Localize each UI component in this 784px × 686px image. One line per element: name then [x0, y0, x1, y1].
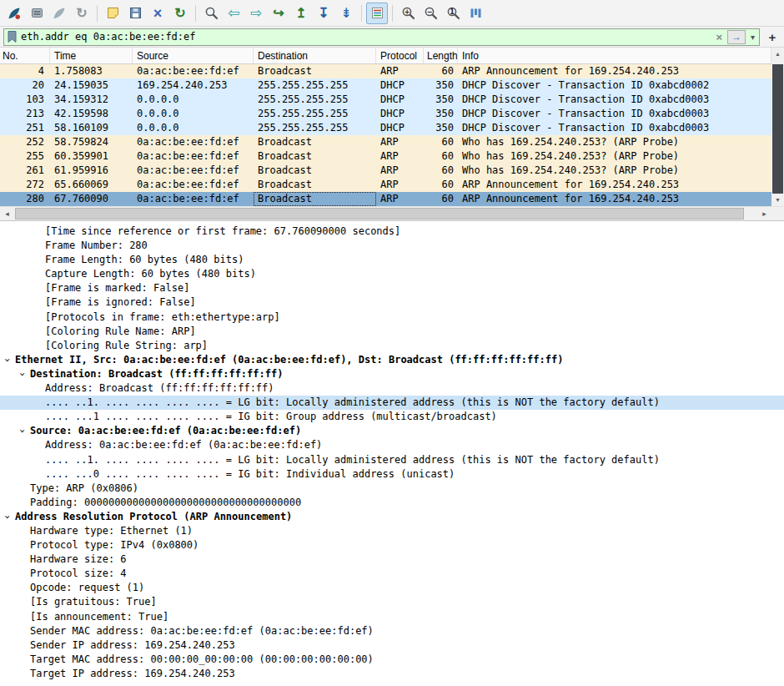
filter-clear-icon[interactable]: ×: [714, 31, 724, 43]
reload-file-button[interactable]: ↻: [169, 3, 191, 24]
auto-scroll-button[interactable]: ⇟: [335, 3, 357, 24]
detail-text: Opcode: request (1): [30, 582, 144, 593]
filter-apply-button[interactable]: →: [727, 30, 746, 44]
scroll-left-icon[interactable]: ◂: [0, 207, 14, 220]
go-to-packet-button[interactable]: ↪: [268, 3, 289, 24]
column-header-length[interactable]: Length: [424, 48, 458, 63]
packet-row-20[interactable]: 2024.159035169.254.240.253255.255.255.25…: [0, 78, 771, 93]
scroll-right-icon[interactable]: ▸: [757, 207, 771, 220]
detail-line[interactable]: [Coloring Rule Name: ARP]: [0, 325, 784, 339]
detail-line[interactable]: Capture Length: 60 bytes (480 bits): [0, 267, 784, 281]
detail-line[interactable]: Address: Broadcast (ff:ff:ff:ff:ff:ff): [0, 381, 784, 396]
detail-line[interactable]: ›Ethernet II, Src: 0a:ac:be:ee:fd:ef (0a…: [0, 353, 784, 367]
packet-row-213[interactable]: 21342.1595980.0.0.0255.255.255.255DHCP35…: [0, 107, 771, 121]
filter-dropdown-icon[interactable]: ▾: [749, 33, 756, 42]
detail-line[interactable]: [Is gratuitous: True]: [0, 595, 784, 609]
detail-line[interactable]: Type: ARP (0x0806): [0, 482, 784, 496]
detail-line[interactable]: [Frame is marked: False]: [0, 281, 784, 295]
detail-line[interactable]: .... ..1. .... .... .... .... = LG bit: …: [0, 396, 784, 410]
packet-row-261[interactable]: 26161.9599160a:ac:be:ee:fd:efBroadcastAR…: [0, 164, 771, 178]
horizontal-scrollbar[interactable]: ◂ ▸: [0, 206, 784, 220]
scroll-down-icon[interactable]: ▼: [771, 194, 784, 206]
detail-line[interactable]: .... ...1 .... .... .... .... = IG bit: …: [0, 410, 784, 424]
zoom-out-icon: −: [424, 6, 438, 20]
detail-line[interactable]: Address: 0a:ac:be:ee:fd:ef (0a:ac:be:ee:…: [0, 438, 784, 452]
packet-list-scroll-track[interactable]: [771, 60, 784, 194]
packet-list-scroll-thumb[interactable]: [772, 64, 783, 194]
detail-line[interactable]: [Is announcement: True]: [0, 610, 784, 624]
column-header-source[interactable]: Source: [133, 48, 254, 63]
expander-icon[interactable]: ›: [1, 355, 15, 365]
column-header-info[interactable]: Info: [458, 48, 771, 63]
packet-row-251[interactable]: 25158.1601090.0.0.0255.255.255.255DHCP35…: [0, 121, 771, 135]
packet-row-272[interactable]: 27265.6600690a:ac:be:ee:fd:efBroadcastAR…: [0, 178, 771, 192]
detail-line[interactable]: [Frame is ignored: False]: [0, 295, 784, 310]
colorize-button[interactable]: [366, 3, 388, 24]
display-filter-input[interactable]: eth.addr eq 0a:ac:be:ee:fd:ef: [21, 31, 711, 43]
detail-line[interactable]: [Coloring Rule String: arp]: [0, 339, 784, 353]
go-to-bottom-button[interactable]: ↧: [313, 3, 334, 24]
filter-bookmark-icon[interactable]: [7, 30, 18, 43]
horizontal-scroll-thumb[interactable]: [15, 208, 744, 219]
go-to-top-button[interactable]: ↥: [290, 3, 312, 24]
packet-row-280[interactable]: 28067.7600900a:ac:be:ee:fd:efBroadcastAR…: [0, 192, 771, 206]
detail-line[interactable]: Hardware size: 6: [0, 552, 784, 567]
close-file-button[interactable]: ×: [147, 3, 168, 24]
detail-line[interactable]: Sender MAC address: 0a:ac:be:ee:fd:ef (0…: [0, 624, 784, 638]
column-header-destination[interactable]: Destination: [254, 48, 376, 63]
detail-line[interactable]: Protocol type: IPv4 (0x0800): [0, 538, 784, 552]
detail-line[interactable]: [Time since reference or first frame: 67…: [0, 224, 784, 239]
column-header-no[interactable]: No.: [0, 48, 50, 63]
detail-line[interactable]: ›Destination: Broadcast (ff:ff:ff:ff:ff:…: [0, 367, 784, 381]
detail-line[interactable]: Target MAC address: 00:00:00_00:00:00 (0…: [0, 653, 784, 667]
packet-cell-protocol: ARP: [376, 164, 424, 178]
packet-row-4[interactable]: 41.7580830a:ac:be:ee:fd:efBroadcastARP60…: [0, 64, 771, 78]
detail-line[interactable]: ›Address Resolution Protocol (ARP Announ…: [0, 510, 784, 524]
start-capture-button[interactable]: [48, 3, 70, 24]
detail-line[interactable]: ›Source: 0a:ac:be:ee:fd:ef (0a:ac:be:ee:…: [0, 424, 784, 438]
filter-add-button[interactable]: +: [764, 28, 781, 45]
restart-capture-button[interactable]: ↻: [71, 3, 93, 24]
detail-line[interactable]: Padding: 0000000000000000000000000000000…: [0, 496, 784, 510]
go-forward-button[interactable]: ⇨: [245, 3, 267, 24]
detail-line[interactable]: Frame Length: 60 bytes (480 bits): [0, 253, 784, 267]
packet-cell-protocol: ARP: [376, 135, 424, 149]
detail-line[interactable]: Protocol size: 4: [0, 567, 784, 581]
packet-row-255[interactable]: 25560.3599010a:ac:be:ee:fd:efBroadcastAR…: [0, 149, 771, 164]
stop-capture-button[interactable]: [26, 3, 48, 24]
detail-line[interactable]: .... ...0 .... .... .... .... = IG bit: …: [0, 467, 784, 482]
capture-options-button[interactable]: [3, 3, 25, 24]
open-file-button[interactable]: [102, 3, 123, 24]
packet-cell-protocol: DHCP: [376, 121, 424, 135]
resize-columns-button[interactable]: [465, 3, 486, 24]
packet-list-scrollbar[interactable]: ▲ ▼: [771, 48, 784, 206]
zoom-100-button[interactable]: 1: [442, 3, 464, 24]
save-file-button[interactable]: [124, 3, 146, 24]
packet-cell-source: 169.254.240.253: [133, 78, 254, 93]
detail-text: Ethernet II, Src: 0a:ac:be:ee:fd:ef (0a:…: [15, 354, 563, 366]
detail-line[interactable]: [Protocols in frame: eth:ethertype:arp]: [0, 310, 784, 325]
detail-line[interactable]: .... ..1. .... .... .... .... = LG bit: …: [0, 453, 784, 467]
go-back-button[interactable]: ⇦: [223, 3, 244, 24]
packet-cell-no: 20: [0, 78, 50, 93]
packet-row-252[interactable]: 25258.7598240a:ac:be:ee:fd:efBroadcastAR…: [0, 135, 771, 149]
expander-icon[interactable]: ›: [16, 369, 30, 379]
detail-line[interactable]: Hardware type: Ethernet (1): [0, 524, 784, 538]
scroll-up-icon[interactable]: ▲: [771, 48, 784, 60]
detail-line[interactable]: Frame Number: 280: [0, 239, 784, 253]
expander-icon[interactable]: ›: [1, 512, 15, 522]
display-filter-field[interactable]: eth.addr eq 0a:ac:be:ee:fd:ef × → ▾: [3, 28, 760, 46]
packet-cell-time: 34.159312: [50, 93, 133, 107]
packet-row-103[interactable]: 10334.1593120.0.0.0255.255.255.255DHCP35…: [0, 93, 771, 107]
column-header-time[interactable]: Time: [50, 48, 133, 63]
detail-line[interactable]: Target IP address: 169.254.240.253: [0, 667, 784, 681]
zoom-in-button[interactable]: +: [397, 3, 419, 24]
column-header-protocol[interactable]: Protocol: [376, 48, 424, 63]
zoom-out-button[interactable]: −: [420, 3, 441, 24]
detail-line[interactable]: Opcode: request (1): [0, 581, 784, 595]
horizontal-scroll-track[interactable]: [14, 207, 757, 220]
detail-line[interactable]: Sender IP address: 169.254.240.253: [0, 638, 784, 653]
find-packet-button[interactable]: [200, 3, 222, 24]
detail-text: Capture Length: 60 bytes (480 bits): [45, 268, 256, 280]
expander-icon[interactable]: ›: [16, 426, 30, 436]
